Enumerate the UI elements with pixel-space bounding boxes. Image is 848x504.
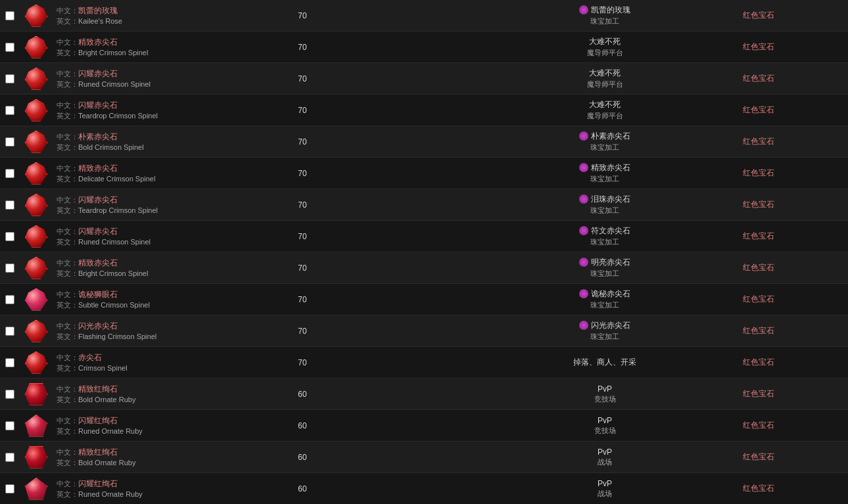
source-main-text: 明亮赤尖石 bbox=[591, 258, 630, 267]
gem-icon bbox=[24, 287, 49, 312]
gem-table: 中文：凯蕾的玫瑰英文：Kailee's Rose70凯蕾的玫瑰珠宝加工红色宝石中… bbox=[0, 0, 848, 504]
cn-name[interactable]: 闪耀红绚石 bbox=[78, 416, 118, 425]
cn-name[interactable]: 朴素赤尖石 bbox=[78, 132, 118, 141]
cn-label: 中文： bbox=[57, 385, 78, 393]
en-label: 英文： bbox=[57, 206, 78, 214]
cn-label: 中文： bbox=[57, 227, 78, 235]
item-level: 70 bbox=[276, 200, 329, 210]
en-name[interactable]: Flashing Crimson Spinel bbox=[78, 332, 156, 340]
cn-name[interactable]: 精致赤尖石 bbox=[78, 37, 118, 47]
item-name-col: 中文：精致红绚石英文：Bold Ornate Ruby bbox=[53, 382, 276, 406]
source-main-text: PvP bbox=[598, 384, 612, 394]
cn-name[interactable]: 闪耀赤尖石 bbox=[78, 227, 118, 236]
craft-icon bbox=[579, 163, 588, 172]
cn-label: 中文： bbox=[57, 290, 78, 298]
row-checkbox[interactable] bbox=[5, 11, 14, 20]
source-main-text: PvP bbox=[598, 416, 612, 425]
en-label: 英文： bbox=[57, 269, 78, 277]
cn-name[interactable]: 闪耀赤尖石 bbox=[78, 101, 118, 110]
row-checkbox[interactable] bbox=[5, 106, 14, 115]
item-category: 红色宝石 bbox=[697, 199, 782, 210]
source-sub-text: 珠宝加工 bbox=[517, 300, 693, 310]
en-name[interactable]: Teardrop Crimson Spinel bbox=[78, 112, 158, 120]
row-checkbox[interactable] bbox=[5, 390, 14, 399]
item-name-col: 中文：精致红绚石英文：Bold Ornate Ruby bbox=[53, 446, 276, 469]
source-main-text: 大难不死 bbox=[589, 100, 621, 109]
row-checkbox[interactable] bbox=[5, 453, 14, 462]
source-sub-text: 珠宝加工 bbox=[517, 237, 693, 247]
row-checkbox[interactable] bbox=[5, 43, 14, 52]
en-name[interactable]: Runed Crimson Spinel bbox=[78, 80, 151, 88]
row-checkbox[interactable] bbox=[5, 200, 14, 210]
item-source: 掉落、商人、开采 bbox=[513, 355, 697, 369]
table-row: 中文：朴素赤尖石英文：Bold Crimson Spinel70朴素赤尖石珠宝加… bbox=[0, 126, 848, 158]
en-label: 英文： bbox=[57, 332, 78, 340]
row-checkbox[interactable] bbox=[5, 484, 14, 493]
cn-label: 中文： bbox=[57, 70, 78, 78]
en-name[interactable]: Delicate Crimson Spinel bbox=[78, 175, 155, 183]
item-name-col: 中文：朴素赤尖石英文：Bold Crimson Spinel bbox=[53, 130, 276, 154]
source-main-text: 凯蕾的玫瑰 bbox=[591, 5, 630, 14]
table-row: 中文：精致红绚石英文：Bold Ornate Ruby60PvP战场红色宝石 bbox=[0, 442, 848, 473]
en-name[interactable]: Bold Ornate Ruby bbox=[78, 459, 135, 467]
cn-name[interactable]: 闪耀赤尖石 bbox=[78, 195, 118, 204]
cn-name[interactable]: 闪光赤尖石 bbox=[78, 321, 118, 331]
table-row: 中文：精致赤尖石英文：Delicate Crimson Spinel70精致赤尖… bbox=[0, 158, 848, 189]
row-checkbox[interactable] bbox=[5, 295, 14, 304]
item-name-col: 中文：闪耀赤尖石英文：Teardrop Crimson Spinel bbox=[53, 193, 276, 217]
cn-label: 中文： bbox=[57, 38, 78, 46]
gem-icon bbox=[24, 98, 49, 123]
cn-name[interactable]: 凯蕾的玫瑰 bbox=[78, 6, 118, 15]
cn-name[interactable]: 精致赤尖石 bbox=[78, 164, 118, 173]
item-source: 诡秘赤尖石珠宝加工 bbox=[513, 287, 697, 311]
source-sub-text: 竞技场 bbox=[517, 426, 693, 436]
item-source: 大难不死魔导师平台 bbox=[513, 35, 697, 59]
table-row: 中文：精致红绚石英文：Bold Ornate Ruby60PvP竞技场红色宝石 bbox=[0, 378, 848, 410]
item-category: 红色宝石 bbox=[697, 451, 782, 463]
row-checkbox[interactable] bbox=[5, 137, 14, 147]
item-source: 符文赤尖石珠宝加工 bbox=[513, 224, 697, 248]
item-source: 朴素赤尖石珠宝加工 bbox=[513, 129, 697, 154]
gem-icon bbox=[24, 256, 49, 281]
en-name[interactable]: Runed Crimson Spinel bbox=[78, 238, 151, 246]
item-source: PvP竞技场 bbox=[513, 415, 697, 437]
table-row: 中文：精致赤尖石英文：Bright Crimson Spinel70大难不死魔导… bbox=[0, 32, 848, 63]
source-main-text: PvP bbox=[598, 447, 612, 457]
item-name-col: 中文：闪耀红绚石英文：Runed Ornate Ruby bbox=[53, 477, 276, 501]
en-name[interactable]: Bright Crimson Spinel bbox=[78, 269, 148, 277]
cn-name[interactable]: 诡秘狮眼石 bbox=[78, 290, 118, 299]
cn-name[interactable]: 闪耀赤尖石 bbox=[78, 69, 118, 78]
en-name[interactable]: Subtle Crimson Spinel bbox=[78, 301, 150, 309]
en-name[interactable]: Teardrop Crimson Spinel bbox=[78, 206, 158, 214]
en-name[interactable]: Bold Crimson Spinel bbox=[78, 143, 144, 151]
en-name[interactable]: Runed Ornate Ruby bbox=[78, 490, 143, 498]
row-checkbox[interactable] bbox=[5, 358, 14, 367]
source-main-text: 闪光赤尖石 bbox=[591, 321, 630, 330]
row-checkbox[interactable] bbox=[5, 232, 14, 241]
en-name[interactable]: Kailee's Rose bbox=[78, 17, 122, 25]
en-name[interactable]: Bright Crimson Spinel bbox=[78, 49, 148, 57]
en-name[interactable]: Runed Ornate Ruby bbox=[78, 427, 143, 435]
source-sub-text: 珠宝加工 bbox=[517, 16, 693, 26]
en-name[interactable]: Bold Ornate Ruby bbox=[78, 396, 135, 403]
row-checkbox[interactable] bbox=[5, 263, 14, 273]
row-checkbox[interactable] bbox=[5, 421, 14, 430]
row-checkbox[interactable] bbox=[5, 169, 14, 178]
en-label: 英文： bbox=[57, 143, 78, 151]
cn-name[interactable]: 精致红绚石 bbox=[78, 384, 118, 394]
cn-name[interactable]: 精致赤尖石 bbox=[78, 258, 118, 267]
en-name[interactable]: Crimson Spinel bbox=[78, 364, 128, 372]
table-row: 中文：闪耀赤尖石英文：Runed Crimson Spinel70符文赤尖石珠宝… bbox=[0, 221, 848, 252]
item-level: 70 bbox=[276, 327, 329, 336]
cn-name[interactable]: 赤尖石 bbox=[78, 353, 102, 362]
en-label: 英文： bbox=[57, 17, 78, 25]
cn-name[interactable]: 精致红绚石 bbox=[78, 447, 118, 457]
item-name-col: 中文：赤尖石英文：Crimson Spinel bbox=[53, 351, 276, 375]
source-main-text: PvP bbox=[598, 479, 612, 488]
source-sub-text: 珠宝加工 bbox=[517, 143, 693, 152]
item-source: 精致赤尖石珠宝加工 bbox=[513, 161, 697, 185]
row-checkbox[interactable] bbox=[5, 74, 14, 83]
item-name-col: 中文：闪耀赤尖石英文：Teardrop Crimson Spinel bbox=[53, 99, 276, 122]
row-checkbox[interactable] bbox=[5, 327, 14, 336]
cn-name[interactable]: 闪耀红绚石 bbox=[78, 479, 118, 488]
